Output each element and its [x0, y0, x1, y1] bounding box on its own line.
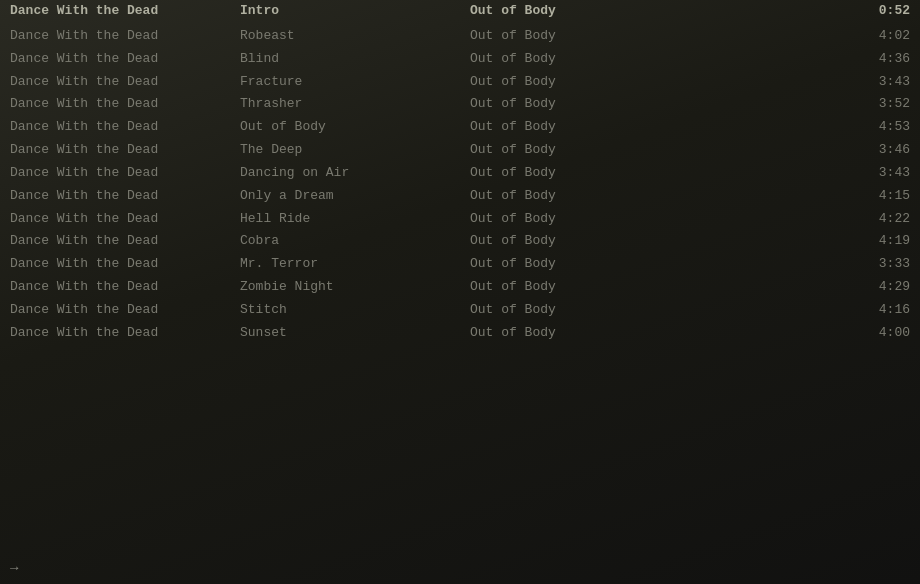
- track-album: Out of Body: [470, 27, 700, 46]
- track-title: Zombie Night: [240, 278, 470, 297]
- track-duration: 3:33: [700, 255, 910, 274]
- track-duration: 4:15: [700, 187, 910, 206]
- track-album: Out of Body: [470, 210, 700, 229]
- arrow-indicator: →: [10, 560, 18, 576]
- track-album: Out of Body: [470, 255, 700, 274]
- track-title: Robeast: [240, 27, 470, 46]
- track-artist: Dance With the Dead: [10, 324, 240, 343]
- track-duration: 4:22: [700, 210, 910, 229]
- table-row[interactable]: Dance With the DeadThe DeepOut of Body3:…: [0, 139, 920, 162]
- track-artist: Dance With the Dead: [10, 255, 240, 274]
- track-duration: 4:29: [700, 278, 910, 297]
- table-row[interactable]: Dance With the DeadCobraOut of Body4:19: [0, 230, 920, 253]
- table-row[interactable]: Dance With the DeadThrasherOut of Body3:…: [0, 93, 920, 116]
- track-title: Hell Ride: [240, 210, 470, 229]
- track-title: Sunset: [240, 324, 470, 343]
- track-title: Mr. Terror: [240, 255, 470, 274]
- track-title: Cobra: [240, 232, 470, 251]
- table-row[interactable]: Dance With the DeadStitchOut of Body4:16: [0, 299, 920, 322]
- track-artist: Dance With the Dead: [10, 301, 240, 320]
- header-time: 0:52: [700, 2, 910, 21]
- track-artist: Dance With the Dead: [10, 118, 240, 137]
- track-album: Out of Body: [470, 164, 700, 183]
- table-row[interactable]: Dance With the DeadZombie NightOut of Bo…: [0, 276, 920, 299]
- table-row[interactable]: Dance With the DeadOut of BodyOut of Bod…: [0, 116, 920, 139]
- track-title: Fracture: [240, 73, 470, 92]
- track-artist: Dance With the Dead: [10, 278, 240, 297]
- track-list-header: Dance With the Dead Intro Out of Body 0:…: [0, 0, 920, 25]
- header-intro: Intro: [240, 2, 470, 21]
- track-duration: 3:46: [700, 141, 910, 160]
- track-artist: Dance With the Dead: [10, 73, 240, 92]
- track-album: Out of Body: [470, 73, 700, 92]
- track-artist: Dance With the Dead: [10, 164, 240, 183]
- track-album: Out of Body: [470, 278, 700, 297]
- track-album: Out of Body: [470, 50, 700, 69]
- table-row[interactable]: Dance With the DeadOnly a DreamOut of Bo…: [0, 185, 920, 208]
- track-artist: Dance With the Dead: [10, 27, 240, 46]
- track-artist: Dance With the Dead: [10, 50, 240, 69]
- track-title: Thrasher: [240, 95, 470, 114]
- track-artist: Dance With the Dead: [10, 95, 240, 114]
- track-album: Out of Body: [470, 187, 700, 206]
- table-row[interactable]: Dance With the DeadSunsetOut of Body4:00: [0, 322, 920, 345]
- track-artist: Dance With the Dead: [10, 232, 240, 251]
- header-artist: Dance With the Dead: [10, 2, 240, 21]
- track-duration: 3:52: [700, 95, 910, 114]
- track-title: Out of Body: [240, 118, 470, 137]
- track-artist: Dance With the Dead: [10, 210, 240, 229]
- track-duration: 4:00: [700, 324, 910, 343]
- track-list: Dance With the Dead Intro Out of Body 0:…: [0, 0, 920, 345]
- track-title: Blind: [240, 50, 470, 69]
- table-row[interactable]: Dance With the DeadBlindOut of Body4:36: [0, 48, 920, 71]
- track-album: Out of Body: [470, 232, 700, 251]
- table-row[interactable]: Dance With the DeadMr. TerrorOut of Body…: [0, 253, 920, 276]
- track-duration: 3:43: [700, 164, 910, 183]
- track-duration: 4:53: [700, 118, 910, 137]
- track-artist: Dance With the Dead: [10, 187, 240, 206]
- track-duration: 4:16: [700, 301, 910, 320]
- track-album: Out of Body: [470, 141, 700, 160]
- track-duration: 4:36: [700, 50, 910, 69]
- track-duration: 3:43: [700, 73, 910, 92]
- track-artist: Dance With the Dead: [10, 141, 240, 160]
- track-album: Out of Body: [470, 324, 700, 343]
- track-title: The Deep: [240, 141, 470, 160]
- table-row[interactable]: Dance With the DeadHell RideOut of Body4…: [0, 208, 920, 231]
- track-duration: 4:19: [700, 232, 910, 251]
- track-album: Out of Body: [470, 301, 700, 320]
- table-row[interactable]: Dance With the DeadRobeastOut of Body4:0…: [0, 25, 920, 48]
- track-title: Dancing on Air: [240, 164, 470, 183]
- table-row[interactable]: Dance With the DeadDancing on AirOut of …: [0, 162, 920, 185]
- track-title: Only a Dream: [240, 187, 470, 206]
- table-row[interactable]: Dance With the DeadFractureOut of Body3:…: [0, 71, 920, 94]
- track-album: Out of Body: [470, 95, 700, 114]
- track-title: Stitch: [240, 301, 470, 320]
- header-album: Out of Body: [470, 2, 700, 21]
- track-duration: 4:02: [700, 27, 910, 46]
- track-album: Out of Body: [470, 118, 700, 137]
